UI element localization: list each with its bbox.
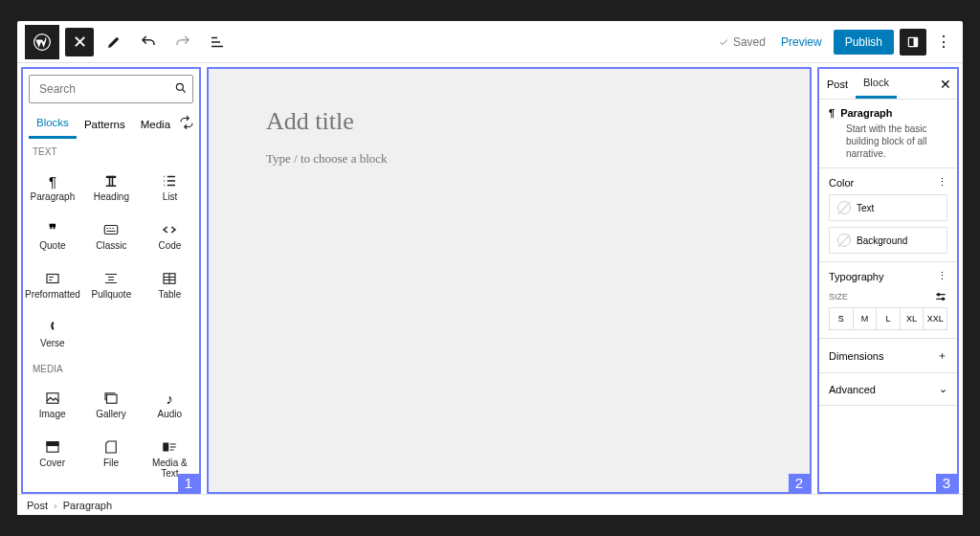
block-quote[interactable]: ❞Quote (23, 210, 82, 258)
svg-rect-8 (105, 226, 119, 234)
panel-number-1: 1 (178, 474, 199, 492)
close-inserter-button[interactable]: ✕ (65, 28, 94, 56)
block-code[interactable]: Code (141, 210, 199, 258)
paragraph-placeholder[interactable]: Type / to choose a block (266, 151, 752, 167)
color-text-row[interactable]: Text (829, 194, 947, 221)
classic-icon (102, 219, 120, 240)
search-icon (174, 81, 188, 95)
block-table[interactable]: Table (141, 258, 199, 307)
tab-media[interactable]: Media (133, 111, 178, 138)
svg-rect-14 (47, 442, 58, 446)
panel-number-3: 3 (936, 474, 957, 492)
cover-icon (44, 436, 61, 458)
settings-toggle-icon[interactable] (900, 29, 926, 56)
quote-icon: ❞ (49, 219, 56, 240)
redo-icon[interactable] (168, 28, 197, 56)
color-menu-icon[interactable]: ⋮ (937, 176, 947, 189)
plus-icon: ＋ (937, 348, 947, 363)
tab-patterns[interactable]: Patterns (77, 111, 133, 138)
image-icon (44, 388, 61, 409)
block-verse[interactable]: Verse (23, 307, 82, 356)
sliders-icon[interactable] (934, 290, 947, 303)
breadcrumb-leaf[interactable]: Paragraph (63, 500, 112, 511)
close-settings-icon[interactable]: ✕ (934, 77, 957, 92)
verse-icon (44, 317, 61, 338)
svg-rect-6 (109, 176, 111, 187)
gallery-icon (102, 388, 120, 409)
block-gallery[interactable]: Gallery (81, 378, 140, 427)
block-list[interactable]: List (141, 161, 199, 210)
save-status: Saved (718, 35, 766, 49)
size-l[interactable]: L (877, 308, 901, 329)
heading-icon (102, 170, 120, 191)
svg-point-3 (176, 83, 183, 90)
advanced-panel[interactable]: Advanced⌄ (819, 373, 957, 406)
list-icon (161, 170, 178, 191)
document-overview-icon[interactable] (203, 28, 232, 56)
settings-sidebar: Post Block ✕ ¶Paragraph Start with the b… (817, 67, 959, 494)
paragraph-icon: ¶ (829, 107, 835, 119)
tab-block-settings[interactable]: Block (856, 69, 897, 99)
swatch-icon (837, 234, 851, 247)
typo-menu-icon[interactable]: ⋮ (937, 270, 947, 282)
dimensions-panel[interactable]: Dimensions＋ (819, 339, 957, 373)
panel-number-2: 2 (789, 474, 810, 492)
undo-icon[interactable] (134, 28, 163, 56)
preformatted-icon (44, 268, 61, 289)
top-toolbar: ✕ Saved Preview Publish ⋮ (17, 21, 963, 63)
block-audio[interactable]: ♪Audio (141, 378, 199, 427)
block-image[interactable]: Image (23, 378, 81, 427)
svg-rect-5 (106, 186, 117, 188)
category-media: MEDIA (23, 356, 199, 378)
media-text-icon (161, 436, 178, 458)
block-cover[interactable]: Cover (23, 427, 81, 486)
size-xl[interactable]: XL (901, 308, 924, 329)
svg-rect-12 (106, 394, 117, 403)
table-icon (161, 268, 178, 289)
svg-rect-9 (47, 275, 58, 283)
size-label: SIZE (829, 292, 848, 302)
size-selector: S M L XL XXL (829, 307, 947, 330)
block-desc: Start with the basic building block of a… (846, 123, 947, 160)
chevron-down-icon: ⌄ (939, 383, 947, 395)
search-input[interactable] (29, 75, 193, 103)
color-heading: Color (829, 177, 854, 189)
editor-canvas[interactable]: Type / to choose a block 2 (207, 67, 812, 494)
typography-heading: Typography (829, 271, 883, 282)
block-heading[interactable]: Heading (82, 161, 141, 210)
size-m[interactable]: M (854, 308, 878, 329)
size-s[interactable]: S (830, 308, 854, 329)
wordpress-logo[interactable] (25, 25, 59, 59)
breadcrumb: Post › Paragraph (17, 494, 963, 515)
paragraph-icon: ¶ (49, 170, 56, 191)
block-file[interactable]: File (81, 427, 140, 486)
edit-icon[interactable] (100, 28, 128, 56)
tab-post[interactable]: Post (819, 71, 856, 98)
block-pullquote[interactable]: Pullquote (82, 258, 141, 307)
publish-button[interactable]: Publish (834, 30, 894, 55)
breadcrumb-post[interactable]: Post (27, 500, 48, 511)
color-background-row[interactable]: Background (829, 227, 947, 254)
audio-icon: ♪ (167, 388, 174, 409)
svg-rect-15 (164, 443, 169, 452)
category-text: TEXT (23, 139, 199, 161)
more-menu-icon[interactable]: ⋮ (932, 33, 955, 51)
svg-rect-2 (914, 37, 918, 46)
pullquote-icon (102, 268, 120, 289)
block-paragraph[interactable]: ¶Paragraph (23, 161, 82, 210)
preview-button[interactable]: Preview (775, 32, 828, 53)
svg-rect-11 (47, 393, 58, 404)
post-title-input[interactable] (266, 107, 752, 136)
block-preformatted[interactable]: Preformatted (23, 258, 82, 307)
block-name: Paragraph (840, 107, 892, 119)
tab-blocks[interactable]: Blocks (29, 109, 77, 139)
block-classic[interactable]: Classic (82, 210, 141, 258)
svg-point-16 (938, 294, 940, 296)
size-xxl[interactable]: XXL (924, 308, 947, 329)
svg-rect-7 (112, 176, 114, 187)
svg-rect-4 (106, 176, 117, 178)
reusable-icon[interactable] (178, 114, 195, 135)
code-icon (161, 219, 178, 240)
svg-point-17 (942, 298, 944, 300)
chevron-right-icon: › (54, 500, 57, 511)
